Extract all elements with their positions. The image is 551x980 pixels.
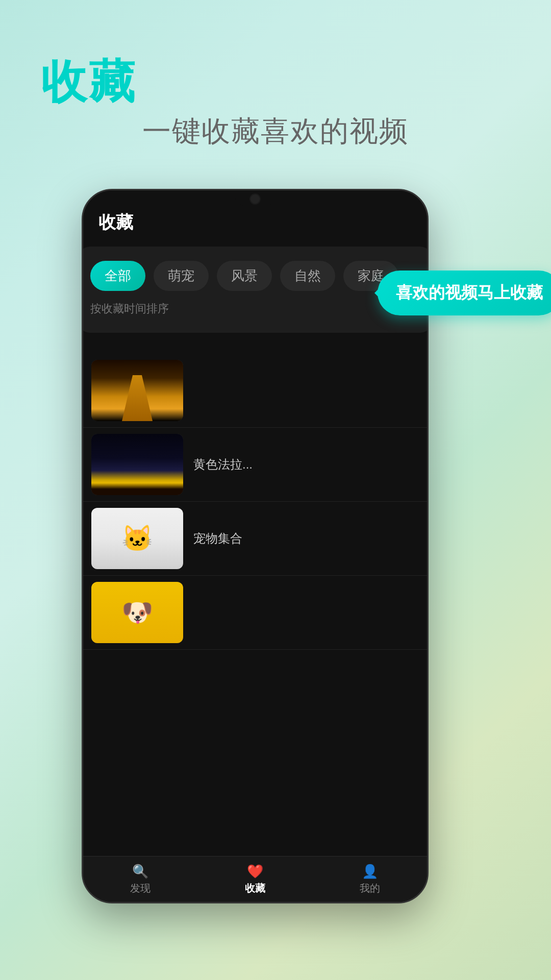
tab-pets[interactable]: 萌宠 bbox=[154, 261, 209, 291]
page-subtitle: 一键收藏喜欢的视频 bbox=[41, 112, 510, 151]
video-title-3: 宠物集合 bbox=[193, 530, 419, 547]
discover-icon: 🔍 bbox=[132, 864, 148, 879]
video-thumb-2 bbox=[91, 434, 183, 495]
nav-item-collect[interactable]: ❤️ 收藏 bbox=[245, 864, 265, 895]
tooltip-bubble: 喜欢的视频马上收藏 bbox=[378, 271, 551, 315]
video-title-2: 黄色法拉... bbox=[193, 456, 419, 473]
bottom-nav: 🔍 发现 ❤️ 收藏 👤 我的 bbox=[83, 856, 427, 902]
video-thumb-1 bbox=[91, 360, 183, 421]
video-item-3[interactable]: 宠物集合 bbox=[83, 502, 427, 576]
tab-nature[interactable]: 自然 bbox=[280, 261, 335, 291]
filter-tabs: 全部 萌宠 风景 自然 家庭 bbox=[90, 261, 420, 291]
filter-sort-text: 按收藏时间排序 bbox=[90, 301, 420, 316]
screen-header: 收藏 bbox=[98, 211, 133, 234]
mine-icon: 👤 bbox=[362, 864, 378, 879]
collect-icon: ❤️ bbox=[247, 864, 263, 879]
video-thumb-3 bbox=[91, 508, 183, 569]
tab-scenery[interactable]: 风景 bbox=[217, 261, 272, 291]
video-list: 黄色法拉... 宠物集合 bbox=[83, 354, 427, 861]
nav-label-collect: 收藏 bbox=[245, 881, 265, 895]
video-item-4[interactable] bbox=[83, 576, 427, 650]
nav-label-discover: 发现 bbox=[130, 881, 151, 895]
video-item-1[interactable] bbox=[83, 354, 427, 428]
phone-notch bbox=[235, 190, 276, 206]
nav-item-discover[interactable]: 🔍 发现 bbox=[130, 864, 151, 895]
page-title: 收藏 bbox=[41, 51, 137, 113]
video-thumb-4 bbox=[91, 582, 183, 643]
nav-label-mine: 我的 bbox=[360, 881, 380, 895]
video-item-2[interactable]: 黄色法拉... bbox=[83, 428, 427, 502]
nav-item-mine[interactable]: 👤 我的 bbox=[360, 864, 380, 895]
phone-camera bbox=[249, 193, 261, 205]
tab-all[interactable]: 全部 bbox=[90, 261, 145, 291]
